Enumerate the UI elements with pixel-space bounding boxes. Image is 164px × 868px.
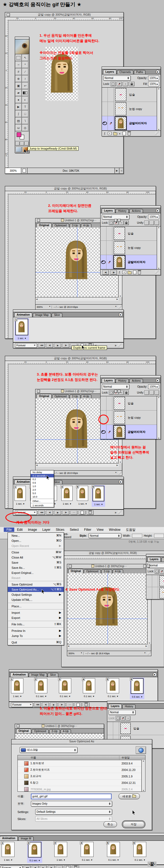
loop-select[interactable]: Forever [1, 866, 23, 868]
tab-actions[interactable]: Actions [129, 379, 143, 383]
tab-animation[interactable]: Animation [14, 312, 32, 317]
menu-item-update-html[interactable]: Update HTML... [8, 597, 64, 602]
next-frame-icon[interactable]: |▶ [111, 270, 117, 275]
doc-preview-icon[interactable] [23, 169, 26, 173]
layer-style-icon[interactable]: ƒ. [104, 132, 106, 135]
tab-2up[interactable]: 2-Up [70, 223, 80, 227]
layer-row-girl-selected[interactable]: 금발머리여자 [102, 116, 157, 130]
tab-animation[interactable]: Animation [0, 836, 18, 840]
menu-image[interactable]: Image [25, 528, 40, 532]
tab-2up[interactable]: 2-Up [101, 569, 112, 574]
unify-visibility-icon[interactable] [150, 220, 154, 225]
duplicate-frame-icon[interactable] [79, 510, 85, 515]
ir-canvas[interactable] [67, 574, 148, 644]
file-row[interactable]: 3.피규어2005.1.9 [18, 773, 145, 780]
menu-slices[interactable]: Slices [53, 528, 67, 532]
menu-item-other[interactable]: Other... [31, 499, 54, 503]
horizontal-scrollbar[interactable]: ◀▶ [36, 297, 119, 301]
animation-frame[interactable]: 60.1 sec. ▾ [132, 841, 147, 862]
loop-select[interactable]: Forever [15, 343, 37, 348]
opacity-field[interactable]: 100%▸ [148, 76, 159, 80]
height-field[interactable] [154, 534, 164, 538]
menu-item-save-optimized-as[interactable]: Save Optimized As...⌥⇧⌘S [8, 587, 64, 592]
blend-mode-select[interactable]: Normal [148, 563, 164, 568]
width-field[interactable] [132, 534, 142, 538]
zoom-popup[interactable]: 300%▼ [36, 306, 52, 308]
tween-icon[interactable]: ⋯ [71, 510, 77, 515]
fullscreen-icon[interactable] [25, 142, 29, 146]
unify-style-icon[interactable] [155, 220, 159, 225]
tab-optimized[interactable]: Optimized [52, 223, 69, 227]
first-frame-icon[interactable]: ◀◀ [38, 510, 45, 515]
first-frame-icon[interactable]: ◀◀ [38, 343, 45, 348]
window-titlebar[interactable]: 금발 copy @ 300%(금발머리여자, RGB) [5, 186, 156, 191]
menu-item-01-seconds[interactable]: 0.1 seconds [31, 474, 54, 477]
settings-select[interactable]: Default Settings [35, 809, 112, 815]
next-frame-icon[interactable]: |▶ [63, 510, 69, 515]
delete-layer-icon[interactable] [138, 271, 141, 274]
prev-frame-icon[interactable]: ◀| [102, 270, 109, 275]
palette-menu-icon[interactable]: ▶ [153, 673, 157, 677]
menu-item-save-as[interactable]: Save As...⇧⌘S [8, 565, 64, 570]
zoom-level-field[interactable]: 300% [5, 168, 21, 173]
adjustment-layer-icon[interactable]: ◐ [119, 132, 121, 135]
next-frame-icon[interactable]: |▶ [48, 866, 55, 868]
layer-name[interactable]: 눈썹 copy [129, 107, 142, 111]
menu-item-02[interactable]: 0.2 [31, 477, 54, 481]
layer-row-lips[interactable]: 입술 [107, 722, 164, 735]
tab-image-map[interactable]: Image M [18, 836, 34, 840]
blend-mode-select[interactable]: Normal [103, 75, 131, 81]
tab-4up[interactable]: 4-Up [60, 729, 71, 733]
standard-screen-icon[interactable] [15, 142, 19, 146]
frame-delay[interactable]: 1 sec. ▾ [17, 337, 26, 340]
scroll-right-icon[interactable]: ▶ [115, 512, 117, 514]
duplicate-frame-icon[interactable] [64, 866, 71, 868]
animation-frame[interactable]: 20.1 sec. ▾ [34, 678, 48, 699]
tab-animation[interactable]: Animation [10, 672, 28, 677]
visibility-box[interactable] [102, 116, 108, 130]
blend-mode-select[interactable]: Normal [109, 710, 135, 715]
menu-item-close-all[interactable]: Close All⌥⌘W [8, 555, 64, 560]
animation-frame[interactable]: 50.1 sec. ▾ [106, 841, 121, 862]
tab-4up[interactable]: 4-Up [81, 223, 92, 227]
tab-2up[interactable]: 2-Up [70, 394, 80, 398]
tab-history[interactable]: History [116, 209, 129, 213]
menu-item-place[interactable]: Place... [8, 603, 64, 609]
file-row-disabled[interactable]: 7f783006_m.jpg2005.2.4 [18, 786, 145, 792]
tab-slice[interactable]: Slice [52, 313, 63, 317]
tab-original[interactable]: Original [68, 569, 83, 574]
animation-frame[interactable]: 40.1 sec. ▾ [80, 841, 94, 862]
tab-image-map[interactable]: Image Map [33, 313, 51, 317]
delete-frame-icon[interactable] [87, 510, 93, 515]
layer-row-lips[interactable]: 입술 [146, 575, 164, 587]
filename-input[interactable] [31, 794, 112, 799]
new-folder-button[interactable]: 새로운 [119, 793, 140, 799]
prev-frame-icon[interactable]: ◀| [46, 343, 53, 348]
layer-row-brows[interactable]: 눈썹 copy [100, 241, 157, 255]
style-select[interactable]: Normal [88, 533, 121, 538]
layers-scrollbar[interactable]: ▲▼ [157, 226, 161, 269]
menu-view[interactable]: View [94, 528, 106, 532]
opacity-field[interactable]: 100%▸ [148, 384, 159, 389]
toolbox-banner[interactable] [15, 39, 29, 54]
animation-frame-selected[interactable]: 61 sec. ▾ [92, 485, 105, 507]
file-row[interactable]: 1.토마토넷2003.9.4 [18, 760, 145, 767]
new-layer-icon[interactable] [133, 270, 136, 274]
menu-item-import[interactable]: Import▶ [8, 610, 64, 615]
layer-row-brows[interactable]: 눈썹 copy [146, 587, 164, 599]
foreground-color-swatch[interactable] [17, 132, 21, 137]
layer-row-brows[interactable]: 눈썹 copy [100, 410, 157, 425]
layer-thumbnail[interactable] [115, 117, 126, 130]
prev-frame-icon[interactable]: ◀| [32, 866, 39, 868]
animation-frame[interactable]: 11 sec. ▾ [14, 485, 27, 506]
menu-select[interactable]: Select [67, 528, 81, 532]
palette-menu-icon[interactable]: ▶ [156, 70, 160, 74]
animation-frame-selected[interactable]: 60.5 sec. ▾ [130, 678, 145, 699]
ps-window-titlebar[interactable]: 금발 copy @ 300%(금발머리여자, RGB) [5, 12, 123, 17]
zoom-tool-icon[interactable]: ◎ [22, 124, 29, 131]
status-menu-arrow-icon[interactable]: ▶ [115, 168, 119, 173]
tab-paths[interactable]: Paths [134, 70, 146, 74]
move-tool-icon[interactable]: ↖ [22, 54, 29, 61]
animation-frame[interactable]: 40.1 sec. ▾ [82, 678, 96, 699]
animation-frame[interactable]: 41 sec. ▾ [60, 485, 73, 506]
